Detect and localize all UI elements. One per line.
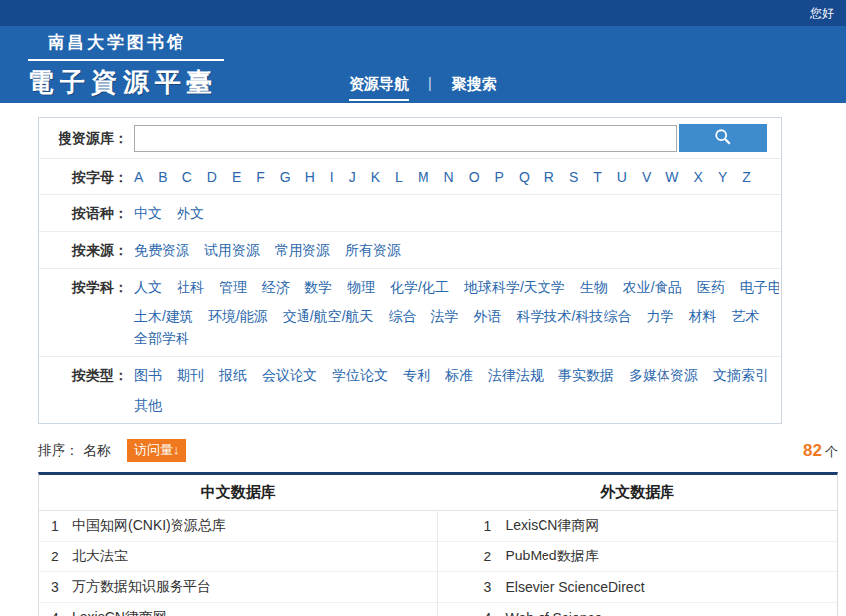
table-row: 3 Elsevier ScienceDirect [438, 572, 838, 603]
letter-filter-r[interactable]: R [544, 166, 554, 187]
type-filter-item[interactable]: 法律法规 [488, 364, 544, 386]
subject-filter-item[interactable]: 电子电气 [740, 276, 779, 298]
source-filter-common[interactable]: 常用资源 [275, 239, 330, 261]
subject-filter-item[interactable]: 社科 [177, 276, 204, 298]
type-filter-item[interactable]: 事实数据 [558, 364, 614, 386]
subject-filter-item[interactable]: 管理 [219, 276, 247, 298]
database-link[interactable]: 北大法宝 [72, 548, 128, 565]
letter-filter-s[interactable]: S [569, 166, 578, 187]
letter-filter-m[interactable]: M [418, 166, 429, 187]
letter-filter-h[interactable]: H [305, 166, 315, 187]
subject-filter-line2: 土木/建筑 环境/能源 交通/航空/航天 综合 法学 外语 科学技术/科技综合 … [134, 306, 779, 349]
source-filter-all[interactable]: 所有资源 [345, 239, 401, 261]
sort-bar: 排序： 名称 访问量↓ 82个 [38, 439, 838, 462]
letter-filter-c[interactable]: C [182, 166, 192, 187]
database-link[interactable]: PubMed数据库 [506, 548, 599, 565]
table-row: 4 LexisCN律商网 [39, 603, 437, 616]
sort-by-name[interactable]: 名称 [83, 442, 111, 460]
row-number: 1 [39, 518, 72, 534]
subject-filter-item[interactable]: 地球科学/天文学 [464, 276, 565, 298]
nav-meta-search[interactable]: 聚搜索 [452, 75, 497, 99]
letter-filter-v[interactable]: V [642, 166, 651, 187]
search-label: 搜资源库： [49, 127, 128, 149]
letter-filter-q[interactable]: Q [519, 166, 530, 187]
subject-filter-item[interactable]: 全部学科 [134, 327, 189, 349]
greeting-link[interactable]: 您好 [810, 6, 834, 20]
subject-filter-item[interactable]: 农业/食品 [623, 276, 682, 298]
database-link[interactable]: 中国知网(CNKI)资源总库 [72, 517, 226, 535]
type-filter-item[interactable]: 其他 [134, 394, 162, 416]
type-filter-item[interactable]: 文摘索引 [713, 364, 769, 386]
letter-filter-z[interactable]: Z [742, 166, 751, 187]
letter-filter-o[interactable]: O [469, 166, 480, 187]
subject-filter-item[interactable]: 科学技术/科技综合 [517, 306, 632, 327]
search-input[interactable] [134, 125, 677, 152]
letter-filter-y[interactable]: Y [718, 166, 727, 187]
letter-filter-f[interactable]: F [256, 166, 265, 187]
language-filter-label: 按语种： [49, 202, 128, 224]
sort-by-visits[interactable]: 访问量↓ [127, 439, 186, 462]
language-filter-chinese[interactable]: 中文 [134, 202, 162, 224]
letter-filter-l[interactable]: L [395, 166, 403, 187]
database-link[interactable]: LexisCN律商网 [506, 517, 600, 535]
database-link[interactable]: Web of Science [506, 610, 603, 616]
letter-filter-k[interactable]: K [371, 166, 380, 187]
type-filter-item[interactable]: 专利 [403, 364, 430, 386]
letter-filter-d[interactable]: D [207, 166, 217, 187]
letter-filter-w[interactable]: W [665, 166, 678, 187]
row-number: 3 [39, 579, 72, 595]
type-filter-item[interactable]: 会议论文 [262, 364, 317, 386]
letter-filter-e[interactable]: E [232, 166, 241, 187]
type-filter-item[interactable]: 图书 [134, 364, 162, 386]
letter-filter-j[interactable]: J [349, 166, 356, 187]
type-filter-item[interactable]: 学位论文 [332, 364, 388, 386]
type-filter-item[interactable]: 多媒体资源 [629, 364, 698, 386]
letter-filter-b[interactable]: B [158, 166, 167, 187]
letter-filter-u[interactable]: U [617, 166, 627, 187]
language-filter-foreign[interactable]: 外文 [177, 202, 204, 224]
letter-filter-p[interactable]: P [495, 166, 504, 187]
subject-filter-item[interactable]: 经济 [262, 276, 290, 298]
type-filter-item[interactable]: 报纸 [219, 364, 247, 386]
source-filter-trial[interactable]: 试用资源 [204, 239, 260, 261]
sort-by-visits-label: 访问量 [134, 442, 173, 457]
subject-filter-item[interactable]: 综合 [389, 306, 417, 327]
source-filter-links: 免费资源 试用资源 常用资源 所有资源 [134, 239, 401, 261]
column-header-chinese: 中文数据库 [39, 475, 438, 510]
subject-filter-item[interactable]: 土木/建筑 [134, 306, 193, 327]
letter-filter-x[interactable]: X [694, 166, 703, 187]
subject-filter-item[interactable]: 法学 [431, 306, 459, 327]
type-filter-item[interactable]: 期刊 [177, 364, 204, 386]
sort-desc-arrow-icon: ↓ [173, 442, 180, 457]
subject-filter-item[interactable]: 物理 [347, 276, 375, 298]
database-link[interactable]: LexisCN律商网 [72, 609, 167, 616]
subject-filter-item[interactable]: 数学 [304, 276, 332, 298]
row-number: 3 [472, 579, 506, 595]
subject-filter-item[interactable]: 人文 [134, 276, 162, 298]
subject-filter-item[interactable]: 医药 [697, 276, 725, 298]
subject-filter-item[interactable]: 交通/航空/航天 [283, 306, 374, 327]
letter-filter-g[interactable]: G [280, 166, 291, 187]
database-link[interactable]: 万方数据知识服务平台 [72, 578, 211, 596]
subject-filter-item[interactable]: 环境/能源 [208, 306, 268, 327]
nav-resource-navigation[interactable]: 资源导航 [349, 75, 409, 101]
type-filter-item[interactable]: 标准 [445, 364, 473, 386]
letter-filter-i[interactable]: I [330, 166, 334, 187]
source-filter-row: 按来源： 免费资源 试用资源 常用资源 所有资源 [39, 232, 781, 269]
subject-filter-item[interactable]: 材料 [688, 306, 716, 327]
letter-filter-n[interactable]: N [444, 166, 454, 187]
result-count-unit: 个 [825, 444, 838, 459]
subject-filter-item[interactable]: 力学 [646, 306, 673, 327]
subject-filter-item[interactable]: 生物 [580, 276, 608, 298]
subject-filter-item[interactable]: 艺术 [731, 306, 759, 327]
subject-filter-item[interactable]: 外语 [474, 306, 502, 327]
letter-filter-row: 按字母： A B C D E F G H I J K L M N O P Q R [39, 159, 781, 195]
subject-filter-links: 人文 社科 管理 经济 数学 物理 化学/化工 地球科学/天文学 生物 农业/食… [134, 276, 779, 349]
subject-filter-item[interactable]: 化学/化工 [390, 276, 449, 298]
letter-filter-t[interactable]: T [593, 166, 602, 187]
source-filter-free[interactable]: 免费资源 [134, 239, 189, 261]
letter-filter-a[interactable]: A [134, 166, 143, 187]
search-button[interactable] [679, 124, 767, 152]
language-filter-row: 按语种： 中文 外文 [39, 195, 781, 232]
database-link[interactable]: Elsevier ScienceDirect [506, 579, 645, 595]
